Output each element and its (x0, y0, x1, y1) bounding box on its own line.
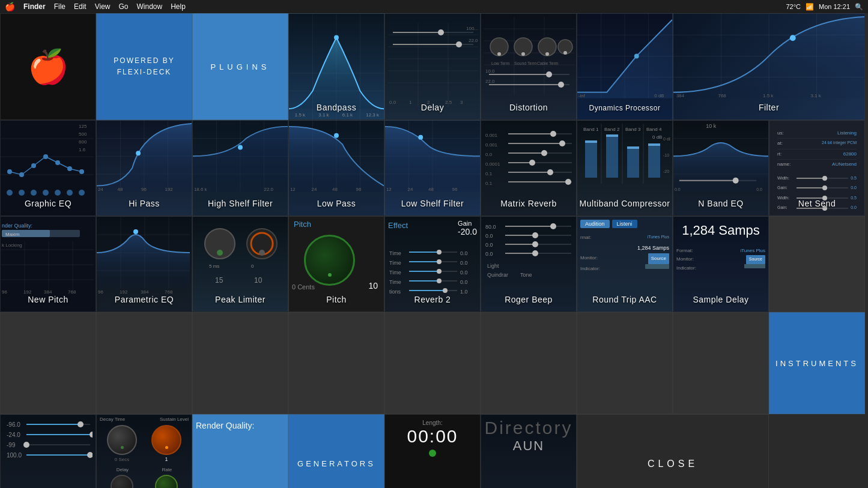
pitch-knob[interactable] (304, 235, 355, 286)
delay-knob-sampler[interactable] (111, 475, 133, 488)
cell-low-shelf[interactable]: 12 24 48 96 Low Shelf Filter (384, 120, 481, 216)
low-pass-label: Low Pass (289, 199, 384, 208)
pitch-label: Pitch (289, 295, 384, 304)
peak-limiter-svg: 5 ms 0 15 10 (196, 220, 286, 298)
cell-empty-8 (577, 312, 673, 414)
rate-knob-sampler[interactable] (155, 475, 178, 488)
svg-text:Time: Time (389, 270, 401, 276)
svg-point-161 (547, 169, 553, 175)
delay-grid-svg: 0.0 1 2 2.5 3 100... 22.0 (388, 23, 478, 107)
cell-generators[interactable]: GENERATORS (288, 414, 384, 488)
name-value: AUNetsend (832, 160, 857, 169)
cell-multiband-compressor[interactable]: Band 1 Band 2 Band 3 Band 4 0 dB (577, 120, 673, 216)
menu-file[interactable]: File (54, 2, 65, 11)
menu-edit[interactable]: Edit (74, 2, 86, 11)
svg-text:6.1 k: 6.1 k (342, 112, 353, 118)
svg-text:768: 768 (68, 289, 76, 295)
nband-label: N Band EQ (673, 199, 768, 208)
cell-net-send[interactable]: us: Listening at: 24 bit integer PCM rt:… (769, 120, 865, 216)
svg-text:12: 12 (290, 187, 296, 192)
svg-point-221 (217, 250, 223, 256)
svg-text:48: 48 (118, 187, 123, 192)
cell-roger-beep[interactable]: 80.0 0.0 0.0 0.0 Light Quindrar (481, 216, 577, 312)
cell-peak-limiter[interactable]: 5 ms 0 15 10 Peak Limiter (192, 216, 288, 312)
apple-menu[interactable]: 🍎 (5, 2, 15, 11)
cell-high-shelf[interactable]: 18.6 k 22.0 High Shelf Filter (192, 120, 288, 216)
decay-knob[interactable]: 0 Secs (107, 425, 137, 455)
svg-text:Light: Light (487, 263, 499, 269)
svg-rect-156 (508, 162, 532, 163)
svg-text:3.1 k: 3.1 k (811, 93, 821, 98)
parametric-eq-label: Parametric EQ (97, 295, 192, 304)
svg-rect-268 (505, 253, 535, 254)
svg-point-157 (529, 160, 535, 166)
cell-close[interactable]: CLOSE (577, 414, 769, 488)
cell-dls-music-device[interactable]: Render Quality: DLS Music Device (192, 414, 288, 488)
svg-rect-246 (409, 280, 439, 282)
cell-net-receive[interactable]: Directory AUN Net Receive (481, 414, 577, 488)
svg-point-27 (456, 41, 462, 47)
cell-delay[interactable]: 0.0 1 2 2.5 3 100... 22.0 Delay (384, 13, 481, 120)
svg-rect-181 (648, 143, 660, 146)
svg-text:96: 96 (98, 289, 103, 295)
graphic-eq-label: Graphic EQ (1, 199, 96, 208)
svg-text:0.001: 0.001 (485, 133, 498, 138)
listening-btn[interactable]: Listeni (612, 220, 637, 228)
cell-new-pitch[interactable]: nder Quality: Maxim k Locking 96 192 384… (0, 216, 96, 312)
cell-powered-by[interactable]: POWERED BY FLEXI-DECK (96, 13, 192, 120)
roger-beep-label: Roger Beep (481, 295, 576, 304)
wifi-icon: 📶 (806, 3, 814, 11)
distortion-content: Low Term Sound Term Cable Term 10.0 22.0 (484, 17, 573, 97)
svg-point-265 (532, 241, 538, 247)
cell-parametric-eq[interactable]: 96 192 384 768 Parametric EQ (96, 216, 192, 312)
cell-instruments[interactable]: INSTRUMENTS (769, 312, 865, 414)
cell-midi-synth[interactable]: -96.0 -24.0 -99 100.0 MIDI Synth (0, 414, 96, 488)
menu-finder[interactable]: Finder (23, 2, 46, 11)
svg-text:5 ms: 5 ms (209, 264, 219, 269)
cell-sampler[interactable]: Decay Time Sustain Level 0 Secs 1 Delay … (96, 414, 192, 488)
cell-sample-delay[interactable]: 1,284 Samps Format: iTunes Plus Monitor:… (673, 216, 769, 312)
cell-bandpass[interactable]: 1.5 k 3.1 k 6.1 k 12.3 k Bandpass (288, 13, 384, 120)
svg-text:0.1: 0.1 (485, 171, 493, 176)
svg-point-215 (133, 229, 138, 234)
menu-go[interactable]: Go (119, 2, 129, 11)
cell-graphic-eq[interactable]: 24 48 96 192 125 500 600 1.6 Graphic EQ (0, 120, 96, 216)
svg-text:0.0: 0.0 (460, 279, 468, 285)
time-display: Mon 12:21 (819, 3, 850, 10)
new-pitch-svg: nder Quality: Maxim k Locking 96 192 384… (1, 217, 94, 295)
delay-label-sampler: Delay (117, 467, 129, 472)
cell-reverb2-gain[interactable]: Effect Gain -20.0 Time 0.0 Time 0.0 Time (384, 216, 481, 312)
cell-audio-file-player[interactable]: Length: 00:00 Audio File Player (384, 414, 481, 488)
rate-label-sampler: Rate (162, 467, 172, 472)
svg-text:125: 125 (79, 124, 87, 129)
svg-text:96: 96 (2, 289, 7, 295)
svg-text:10.0: 10.0 (485, 68, 495, 74)
svg-text:384: 384 (141, 289, 149, 295)
status-value: Listening (837, 129, 857, 137)
cell-empty-3 (96, 312, 192, 414)
svg-text:768: 768 (165, 289, 173, 295)
svg-text:15: 15 (215, 276, 223, 285)
cell-filter[interactable]: 384 768 1.5 k 3.1 k Filter (673, 13, 865, 120)
cell-hi-pass[interactable]: 24 48 96 192 Hi Pass (96, 120, 192, 216)
menu-window[interactable]: Window (137, 2, 163, 11)
cell-low-pass[interactable]: 12 24 48 96 Low Pass (288, 120, 384, 216)
search-icon[interactable]: 🔍 (855, 3, 863, 11)
svg-rect-148 (508, 143, 562, 144)
svg-rect-180 (627, 146, 639, 149)
cell-matrix-reverb[interactable]: 0.001 0.001 0.0 0.0001 0.1 (481, 120, 577, 216)
svg-text:100...: 100... (466, 26, 478, 31)
dynamics-svg: -inf 0 dB (577, 14, 672, 98)
cell-dynamics-processor[interactable]: -inf 0 dB Dynamics Processor (577, 13, 673, 120)
cell-plugins[interactable]: PLUGINS (192, 13, 288, 120)
cell-nband-eq[interactable]: 10 k 0.0 0.0 N Band EQ (673, 120, 769, 216)
cell-round-trip-aac[interactable]: Audition Listeni rmat: iTunes Plus 1,284… (577, 216, 673, 312)
menu-view[interactable]: View (95, 2, 111, 11)
cell-distortion[interactable]: Low Term Sound Term Cable Term 10.0 22.0… (481, 13, 577, 120)
svg-point-275 (77, 421, 83, 427)
menu-help[interactable]: Help (171, 2, 186, 11)
sustain-knob[interactable]: 1 (151, 425, 181, 455)
delay-sliders: 0.0 1 2 2.5 3 100... 22.0 (388, 23, 477, 109)
cell-pitch[interactable]: Pitch 0 Cents 10 Pitch (288, 216, 384, 312)
audition-btn[interactable]: Audition (580, 220, 610, 228)
